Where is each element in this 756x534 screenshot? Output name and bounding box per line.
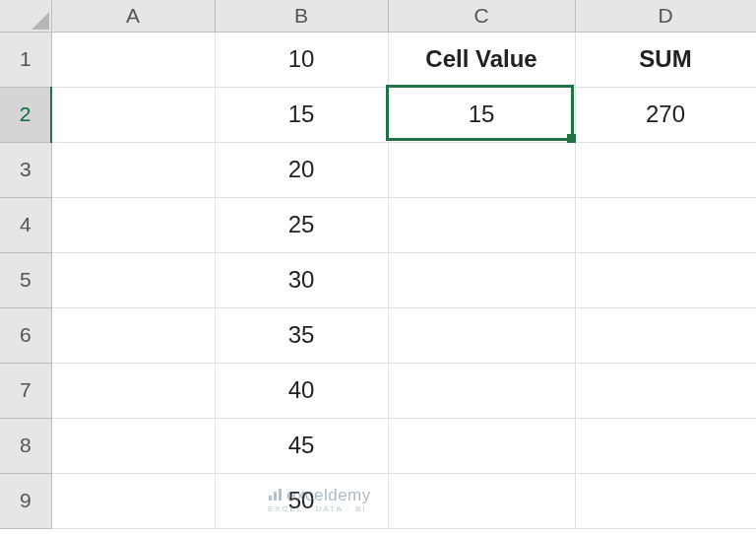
row-9: 9 50 xyxy=(0,473,756,528)
row-head-6[interactable]: 6 xyxy=(0,307,51,363)
cell-A9[interactable] xyxy=(51,473,215,528)
row-4: 4 25 xyxy=(0,197,756,252)
cell-D4[interactable] xyxy=(575,197,756,252)
row-2: 2 15 15 270 xyxy=(0,87,756,142)
cell-C6[interactable] xyxy=(388,307,575,363)
cell-B9[interactable]: 50 xyxy=(215,473,388,528)
row-5: 5 30 xyxy=(0,252,756,307)
cell-A1[interactable] xyxy=(51,32,215,87)
row-head-4[interactable]: 4 xyxy=(0,197,51,252)
cell-B2[interactable]: 15 xyxy=(215,87,388,142)
cell-B7[interactable]: 40 xyxy=(215,363,388,418)
cell-A6[interactable] xyxy=(51,307,215,363)
cell-C8[interactable] xyxy=(388,418,575,473)
cell-C9[interactable] xyxy=(388,473,575,528)
row-6: 6 35 xyxy=(0,307,756,363)
cell-A5[interactable] xyxy=(51,252,215,307)
cell-C1[interactable]: Cell Value xyxy=(388,32,575,87)
row-head-7[interactable]: 7 xyxy=(0,363,51,418)
row-head-9[interactable]: 9 xyxy=(0,473,51,528)
cell-B3[interactable]: 20 xyxy=(215,142,388,197)
cell-D3[interactable] xyxy=(575,142,756,197)
cell-A4[interactable] xyxy=(51,197,215,252)
cell-B8[interactable]: 45 xyxy=(215,418,388,473)
svg-marker-0 xyxy=(32,12,49,30)
spreadsheet: A B C D 1 10 Cell Value SUM 2 15 15 270 xyxy=(0,0,756,534)
row-8: 8 45 xyxy=(0,418,756,473)
cell-D2[interactable]: 270 xyxy=(575,87,756,142)
cell-B1[interactable]: 10 xyxy=(215,32,388,87)
select-all-triangle-icon xyxy=(32,12,49,30)
row-head-5[interactable]: 5 xyxy=(0,252,51,307)
cell-B5[interactable]: 30 xyxy=(215,252,388,307)
row-head-2[interactable]: 2 xyxy=(0,87,51,142)
cell-D7[interactable] xyxy=(575,363,756,418)
grid-body: 1 10 Cell Value SUM 2 15 15 270 3 20 xyxy=(0,32,756,528)
col-head-C[interactable]: C xyxy=(388,0,575,32)
cell-A3[interactable] xyxy=(51,142,215,197)
cell-D9[interactable] xyxy=(575,473,756,528)
cell-D6[interactable] xyxy=(575,307,756,363)
cell-D5[interactable] xyxy=(575,252,756,307)
row-head-8[interactable]: 8 xyxy=(0,418,51,473)
grid: A B C D 1 10 Cell Value SUM 2 15 15 270 xyxy=(0,0,756,529)
cell-A7[interactable] xyxy=(51,363,215,418)
select-all-corner[interactable] xyxy=(0,0,51,32)
cell-A2[interactable] xyxy=(51,87,215,142)
cell-C2[interactable]: 15 xyxy=(388,87,575,142)
cell-C4[interactable] xyxy=(388,197,575,252)
row-7: 7 40 xyxy=(0,363,756,418)
cell-A8[interactable] xyxy=(51,418,215,473)
row-1: 1 10 Cell Value SUM xyxy=(0,32,756,87)
row-head-1[interactable]: 1 xyxy=(0,32,51,87)
col-head-A[interactable]: A xyxy=(51,0,215,32)
cell-B6[interactable]: 35 xyxy=(215,307,388,363)
cell-C3[interactable] xyxy=(388,142,575,197)
cell-B4[interactable]: 25 xyxy=(215,197,388,252)
cell-D1[interactable]: SUM xyxy=(575,32,756,87)
cell-C5[interactable] xyxy=(388,252,575,307)
row-head-3[interactable]: 3 xyxy=(0,142,51,197)
row-3: 3 20 xyxy=(0,142,756,197)
col-head-D[interactable]: D xyxy=(575,0,756,32)
cell-C7[interactable] xyxy=(388,363,575,418)
cell-D8[interactable] xyxy=(575,418,756,473)
col-head-B[interactable]: B xyxy=(215,0,388,32)
